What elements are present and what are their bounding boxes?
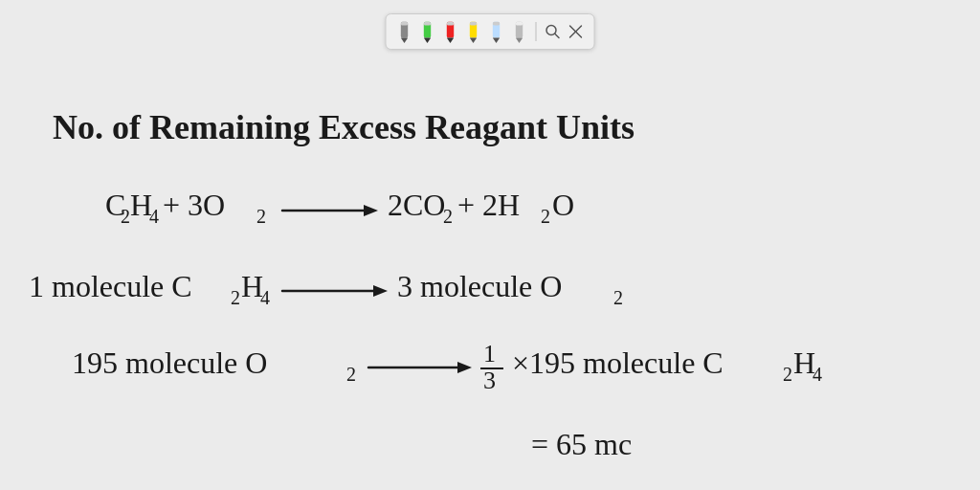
svg-text:4: 4 [813,364,822,385]
svg-rect-2 [401,22,408,26]
svg-text:1: 1 [483,340,496,368]
pencil-green-tool[interactable] [417,18,438,45]
svg-rect-17 [516,22,523,26]
pencil-gray-tool[interactable] [394,18,415,45]
svg-marker-1 [401,37,408,43]
pencil-light-tool[interactable] [486,18,507,45]
pencil-gray2-tool[interactable] [509,18,530,45]
toolbar-separator [536,22,537,41]
svg-text:195 molecule O: 195 molecule O [72,345,267,380]
svg-text:2: 2 [783,364,792,385]
svg-marker-4 [424,37,431,43]
title-text: No. of Remaining Excess Reagant Units [53,108,635,146]
svg-text:+ 2H: + 2H [457,188,520,222]
close-button[interactable] [566,21,587,42]
svg-text:2: 2 [541,206,550,227]
svg-marker-39 [373,285,388,297]
svg-marker-16 [516,37,523,43]
svg-text:2: 2 [346,364,356,385]
svg-text:3 molecule O: 3 molecule O [397,269,562,303]
svg-rect-11 [470,22,477,26]
svg-text:×195 molecule C: ×195 molecule C [512,345,724,380]
content-area: text { font-family: 'Comic Sans MS', 'Se… [0,67,980,490]
svg-text:2: 2 [443,206,453,227]
svg-marker-7 [447,37,454,43]
svg-marker-10 [470,37,477,43]
svg-text:= 65 mc: = 65 mc [531,427,632,461]
svg-text:1 molecule C: 1 molecule C [29,269,192,303]
svg-text:4: 4 [149,206,159,227]
search-button[interactable] [543,21,564,42]
pencil-yellow-tool[interactable] [463,18,484,45]
svg-text:2CO: 2CO [388,188,445,222]
handwriting-svg: text { font-family: 'Comic Sans MS', 'Se… [0,67,980,490]
svg-text:2: 2 [231,287,240,308]
svg-rect-14 [493,22,500,26]
svg-marker-28 [364,205,378,216]
svg-text:4: 4 [260,287,270,308]
svg-rect-8 [447,22,454,26]
svg-text:O: O [552,188,574,222]
svg-rect-5 [424,22,431,26]
svg-text:+ 3O: + 3O [163,188,225,222]
svg-text:3: 3 [483,367,496,394]
pencil-red-tool[interactable] [440,18,461,45]
svg-line-19 [555,34,559,38]
svg-text:2: 2 [613,287,623,308]
whiteboard: text { font-family: 'Comic Sans MS', 'Se… [0,0,980,490]
svg-marker-13 [493,37,500,43]
svg-text:2: 2 [121,206,130,227]
svg-text:2: 2 [256,206,266,227]
toolbar [386,13,595,50]
svg-marker-45 [457,362,472,373]
